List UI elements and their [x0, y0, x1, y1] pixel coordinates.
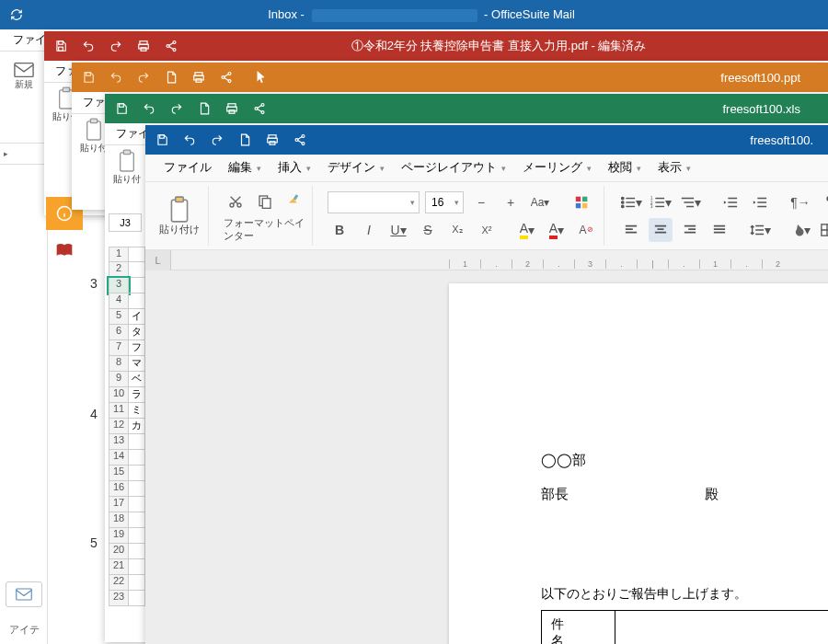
mail-panel-collapse[interactable]: ▸	[0, 143, 48, 165]
menu-insert[interactable]: 挿入	[272, 156, 316, 179]
format-painter-label[interactable]: フォーマットペインター	[224, 217, 306, 243]
svg-rect-13	[86, 73, 91, 76]
paste-button[interactable]: 貼り付け	[156, 196, 202, 236]
ppt-title: freesoft100.ppt	[269, 71, 819, 85]
align-right-icon[interactable]	[678, 218, 702, 242]
pdf-titlebar[interactable]: ①令和2年分 扶養控除申告書 直接入力用.pdf - 編集済み	[44, 31, 828, 61]
save-icon[interactable]	[155, 132, 169, 147]
format-painter-icon[interactable]	[282, 190, 306, 213]
new-doc-icon[interactable]	[164, 70, 178, 85]
xls-cell-reference[interactable]: J3	[109, 213, 142, 232]
redo-icon[interactable]	[109, 39, 123, 53]
save-icon[interactable]	[114, 101, 129, 116]
borders-icon[interactable]: ▾	[818, 218, 828, 242]
font-color-quick-icon[interactable]	[570, 190, 594, 214]
numbering-icon[interactable]: 123▾	[649, 190, 673, 214]
print-icon[interactable]	[136, 39, 151, 53]
menu-design[interactable]: デザイン	[322, 156, 390, 179]
change-case-icon[interactable]: Aa▾	[528, 190, 552, 214]
pdf-book-tab[interactable]	[46, 234, 83, 267]
doc-page: 報 告 ◯◯部 部長 殿 以下のとおりご報告申し上げます。 件 名 日 時平成 …	[449, 283, 828, 644]
bullets-icon[interactable]: ▾	[619, 190, 643, 214]
doc-menubar: ファイル 編集 挿入 デザイン ページレイアウト メーリング 校閲 表示	[145, 155, 828, 182]
align-left-icon[interactable]	[619, 218, 643, 242]
share-icon[interactable]	[164, 39, 178, 53]
font-decrease-icon[interactable]: −	[469, 190, 493, 214]
line-spacing-icon[interactable]: ▾	[748, 218, 772, 242]
svg-rect-0	[14, 63, 32, 77]
cursor-icon[interactable]	[254, 70, 269, 85]
xls-title: freesoft100.xls	[267, 102, 819, 116]
save-icon[interactable]	[53, 39, 68, 53]
ruler-corner-icon[interactable]: L	[145, 250, 171, 270]
svg-rect-48	[582, 202, 587, 207]
doc-titlebar[interactable]: freesoft100.	[145, 125, 828, 155]
undo-icon[interactable]	[182, 132, 197, 147]
menu-view[interactable]: 表示	[652, 156, 696, 179]
share-icon[interactable]	[219, 70, 234, 85]
copy-icon[interactable]	[253, 190, 277, 213]
cut-icon[interactable]	[224, 190, 247, 213]
new-doc-icon[interactable]	[197, 101, 212, 116]
align-justify-icon[interactable]	[707, 218, 731, 242]
refresh-icon[interactable]	[9, 7, 24, 22]
pdf-title: ①令和2年分 扶養控除申告書 直接入力用.pdf - 編集済み	[178, 38, 819, 54]
print-icon[interactable]	[224, 101, 239, 116]
font-size-select[interactable]: 16	[425, 191, 464, 213]
doc-title: freesoft100.	[307, 133, 819, 147]
doc-canvas[interactable]: 報 告 ◯◯部 部長 殿 以下のとおりご報告申し上げます。 件 名 日 時平成 …	[145, 270, 828, 644]
undo-icon[interactable]	[142, 101, 156, 116]
redo-icon[interactable]	[136, 70, 151, 85]
underline-icon[interactable]: U▾	[386, 218, 410, 242]
italic-icon[interactable]: I	[357, 218, 381, 242]
menu-file[interactable]: ファイル	[158, 156, 217, 179]
clear-formatting-icon[interactable]: A⊘	[574, 218, 598, 242]
ltr-icon[interactable]: ¶→	[788, 190, 812, 214]
svg-rect-20	[87, 121, 101, 140]
doc-toolbar: 貼り付け フォーマットペインター 16 − + Aa▾ B	[145, 182, 828, 250]
highlight-color-icon[interactable]: A▾	[515, 218, 539, 242]
font-increase-icon[interactable]: +	[499, 190, 523, 214]
new-doc-icon[interactable]	[237, 132, 252, 147]
font-name-select[interactable]	[328, 191, 420, 213]
svg-rect-31	[160, 135, 165, 139]
share-icon[interactable]	[252, 101, 267, 116]
xls-group-marker-3: 3	[85, 276, 103, 291]
ppt-titlebar[interactable]: freesoft100.ppt	[72, 63, 828, 92]
svg-rect-29	[121, 153, 134, 171]
mail-titlebar[interactable]: Inbox - - OfficeSuite Mail	[0, 0, 828, 29]
new-mail-button[interactable]: 新規	[8, 61, 40, 92]
decrease-indent-icon[interactable]	[719, 190, 742, 214]
doc-dept: ◯◯部	[541, 452, 828, 469]
undo-icon[interactable]	[109, 70, 123, 85]
doc-window: freesoft100. ファイル 編集 挿入 デザイン ページレイアウト メー…	[145, 125, 828, 644]
xls-paste-button[interactable]: 貼り付	[109, 149, 145, 186]
paragraph-marks-icon[interactable]: ¶	[818, 190, 828, 214]
redo-icon[interactable]	[169, 101, 184, 116]
save-icon[interactable]	[81, 70, 96, 85]
subscript-icon[interactable]: X₂	[445, 218, 469, 242]
mail-section-button[interactable]	[6, 581, 42, 607]
menu-review[interactable]: 校閲	[603, 156, 647, 179]
menu-layout[interactable]: ページレイアウト	[396, 156, 512, 179]
bold-icon[interactable]: B	[328, 218, 351, 242]
print-icon[interactable]	[191, 70, 206, 85]
shading-icon[interactable]: ▾	[788, 218, 812, 242]
increase-indent-icon[interactable]	[748, 190, 772, 214]
svg-rect-38	[171, 200, 187, 222]
xls-titlebar[interactable]: freesoft100.xls	[105, 94, 828, 123]
print-icon[interactable]	[265, 132, 280, 147]
superscript-icon[interactable]: X²	[475, 218, 499, 242]
redo-icon[interactable]	[210, 132, 224, 147]
menu-edit[interactable]: 編集	[223, 156, 267, 179]
font-color-icon[interactable]: A▾	[545, 218, 569, 242]
strikethrough-icon[interactable]: S	[416, 218, 440, 242]
doc-ruler[interactable]: L 1.2.3.|.1.2	[145, 250, 828, 270]
align-center-icon[interactable]	[649, 218, 673, 242]
undo-icon[interactable]	[81, 39, 96, 53]
multilevel-list-icon[interactable]: ▾	[678, 190, 702, 214]
share-icon[interactable]	[293, 132, 307, 147]
horizontal-ruler[interactable]: 1.2.3.|.1.2	[449, 250, 828, 270]
mail-title: Inbox - - OfficeSuite Mail	[24, 7, 819, 22]
menu-mailing[interactable]: メーリング	[517, 156, 597, 179]
